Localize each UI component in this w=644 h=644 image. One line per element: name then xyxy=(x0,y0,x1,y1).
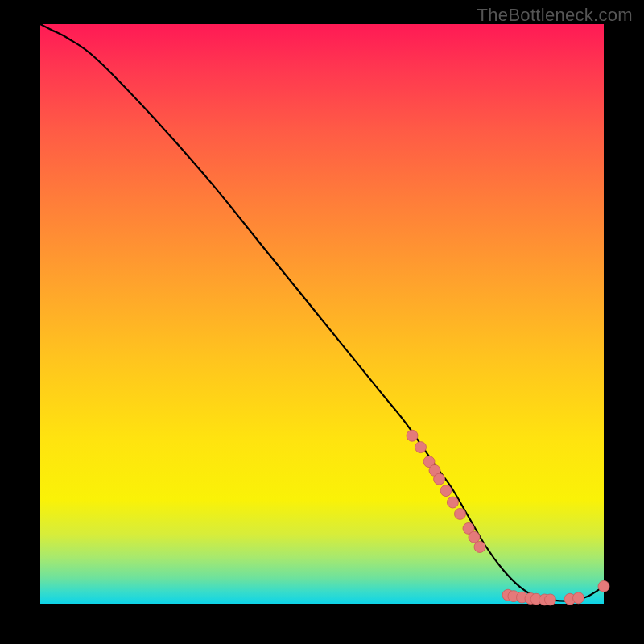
data-point xyxy=(469,531,480,543)
data-point xyxy=(455,508,466,519)
data-point xyxy=(598,580,609,592)
watermark-text: TheBottleneck.com xyxy=(477,5,633,26)
data-point xyxy=(573,592,584,604)
curve-svg xyxy=(40,24,604,604)
plot-area xyxy=(40,24,604,604)
hardware-dots xyxy=(407,430,609,605)
data-point xyxy=(434,473,445,485)
data-point xyxy=(545,594,556,605)
data-point xyxy=(447,497,458,508)
data-point xyxy=(407,430,418,441)
bottleneck-curve xyxy=(40,24,604,601)
data-point xyxy=(440,485,452,497)
data-point xyxy=(415,442,427,453)
data-point xyxy=(474,541,485,552)
chart-wrapper: TheBottleneck.com xyxy=(0,0,644,644)
